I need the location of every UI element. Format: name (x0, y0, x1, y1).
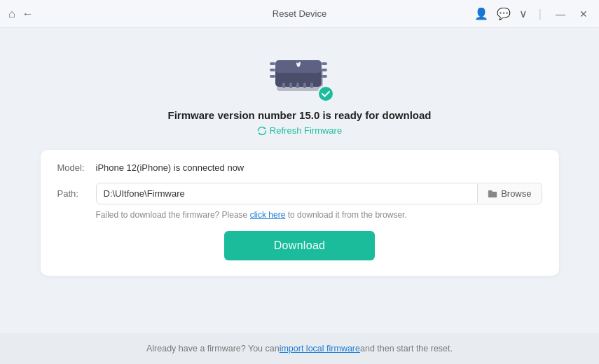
svg-rect-11 (296, 83, 299, 88)
browse-button[interactable]: Browse (477, 184, 541, 203)
path-input[interactable] (97, 183, 478, 204)
info-card: Model: iPhone 12(iPhone) is connected no… (41, 150, 559, 276)
chat-icon[interactable]: 💬 (497, 7, 511, 20)
title-bar: ⌂ ← Reset Device 👤 💬 ∨ | — ✕ (0, 0, 599, 28)
import-local-firmware-link[interactable]: import local firmware (280, 344, 360, 354)
home-icon[interactable]: ⌂ (8, 8, 15, 20)
footer-suffix: and then start the reset. (360, 344, 453, 354)
svg-rect-6 (322, 62, 327, 65)
path-label: Path: (57, 188, 96, 199)
svg-rect-3 (270, 62, 275, 65)
title-bar-right: 👤 💬 ∨ | — ✕ (474, 7, 591, 21)
footer: Already have a firmware? You can import … (0, 333, 599, 364)
footer-prefix: Already have a firmware? You can (146, 344, 280, 354)
device-icon-wrapper (268, 48, 331, 99)
profile-icon[interactable]: 👤 (474, 7, 488, 20)
fail-message: Failed to download the firmware? Please … (57, 210, 542, 220)
minimize-button[interactable]: — (553, 7, 568, 21)
refresh-firmware-link[interactable]: Refresh Firmware (257, 125, 342, 136)
window-title: Reset Device (273, 8, 326, 19)
svg-rect-5 (270, 75, 275, 78)
click-here-link[interactable]: click here (250, 210, 286, 220)
model-value: iPhone 12(iPhone) is connected now (96, 162, 245, 173)
svg-rect-12 (303, 83, 306, 88)
path-row: Path: Browse (57, 183, 542, 204)
close-button[interactable]: ✕ (577, 7, 591, 21)
svg-rect-10 (289, 83, 292, 88)
path-input-wrapper: Browse (96, 183, 542, 204)
folder-icon (488, 190, 497, 198)
main-content: Firmware version number 15.0 is ready fo… (0, 28, 599, 333)
check-badge (317, 85, 334, 102)
firmware-title: Firmware version number 15.0 is ready fo… (168, 109, 432, 121)
fail-msg-suffix: to download it from the browser. (285, 210, 406, 220)
svg-rect-8 (322, 75, 327, 78)
download-button[interactable]: Download (224, 231, 375, 260)
model-row: Model: iPhone 12(iPhone) is connected no… (57, 162, 542, 173)
title-bar-left: ⌂ ← (8, 8, 34, 20)
fail-msg-prefix: Failed to download the firmware? Please (96, 210, 250, 220)
svg-rect-13 (310, 83, 313, 88)
chevron-down-icon[interactable]: ∨ (519, 7, 528, 20)
svg-rect-9 (282, 83, 285, 88)
svg-rect-7 (322, 69, 327, 71)
back-icon[interactable]: ← (22, 8, 34, 20)
refresh-icon (257, 126, 267, 136)
svg-rect-4 (270, 69, 275, 71)
refresh-firmware-label: Refresh Firmware (270, 125, 342, 136)
browse-label: Browse (501, 188, 531, 199)
model-label: Model: (57, 162, 96, 173)
